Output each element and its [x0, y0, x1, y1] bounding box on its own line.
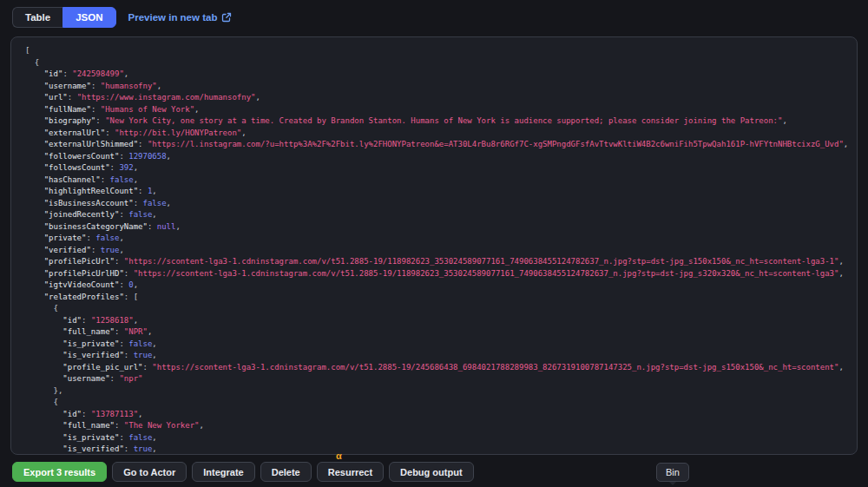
code-line: "highlightReelCount": 1,: [25, 186, 857, 198]
json-punctuation: ,: [134, 163, 138, 172]
json-key: "profile_pic_url": [62, 363, 142, 372]
json-punctuation: ,: [124, 69, 128, 78]
code-line: "joinedRecently": false,: [25, 209, 857, 221]
code-line: "externalUrl": "http://bit.ly/HONYPatreo…: [25, 128, 857, 140]
json-key: "profilePicUrl": [44, 257, 115, 266]
code-line: "followsCount": 392,: [25, 162, 857, 174]
json-key: "followersCount": [44, 152, 120, 161]
json-boolean: false: [128, 433, 152, 442]
code-line: "profile_pic_url": "https://scontent-lga…: [25, 362, 857, 374]
json-punctuation: [25, 187, 44, 195]
preview-link-label: Preview in new tab: [128, 12, 218, 23]
topbar: Table JSON Preview in new tab: [0, 0, 868, 35]
json-key: "is_verified": [62, 444, 123, 453]
preview-in-new-tab-link[interactable]: Preview in new tab: [128, 12, 233, 23]
json-punctuation: [25, 410, 62, 418]
json-boolean: true: [134, 444, 153, 453]
json-punctuation: [25, 128, 44, 137]
json-key: "igtvVideoCount": [44, 280, 120, 289]
action-buttons: Export 3 results Go to Actor Integrate D…: [12, 462, 474, 482]
json-string: "npr": [119, 374, 142, 383]
code-line: [: [25, 45, 857, 57]
code-line: "externalUrlShimmed": "https://l.instagr…: [25, 139, 857, 151]
json-string: "NPR": [124, 327, 148, 336]
bin-tooltip[interactable]: Bin: [656, 463, 689, 482]
code-line: "is_private": false,: [25, 432, 857, 444]
code-line: "is_verified": true,: [25, 444, 857, 455]
json-key: "isBusinessAccount": [44, 199, 134, 207]
json-punctuation: ,: [134, 316, 138, 325]
json-key: "verified": [44, 246, 91, 254]
json-string: "242598499": [72, 69, 124, 78]
json-punctuation: [25, 339, 62, 348]
code-line: {: [25, 397, 857, 409]
json-punctuation: [25, 140, 44, 148]
code-line: {: [25, 303, 857, 315]
json-punctuation: [25, 444, 62, 453]
json-string: "https://www.instagram.com/humansofny": [77, 93, 256, 102]
json-punctuation: [: [128, 293, 138, 301]
json-string: "13787113": [91, 410, 138, 418]
json-punctuation: ,: [844, 140, 848, 148]
json-punctuation: ,: [838, 257, 843, 266]
json-punctuation: [25, 199, 44, 207]
export-results-button[interactable]: Export 3 results: [12, 462, 107, 482]
json-punctuation: ,: [167, 199, 171, 207]
tab-table[interactable]: Table: [12, 7, 62, 28]
json-key: "biography": [44, 116, 96, 125]
json-string: "https://l.instagram.com/?u=http%3A%2F%2…: [148, 140, 844, 148]
json-key: "id": [44, 69, 63, 78]
json-punctuation: ,: [256, 93, 260, 102]
code-line: "private": false,: [25, 233, 857, 245]
integrate-button[interactable]: Integrate: [192, 462, 254, 482]
json-punctuation: [25, 421, 62, 430]
json-key: "full_name": [62, 327, 115, 336]
code-line: "profilePicUrlHD": "https://scontent-lga…: [25, 268, 857, 280]
json-punctuation: {: [25, 398, 58, 406]
tab-json[interactable]: JSON: [62, 7, 115, 28]
json-punctuation: ,: [119, 246, 123, 254]
json-editor[interactable]: [ { "id": "242598499", "username": "huma…: [10, 36, 858, 455]
code-line: "url": "https://www.instagram.com/humans…: [25, 92, 857, 104]
json-boolean: false: [110, 175, 134, 184]
json-punctuation: [25, 327, 62, 336]
json-punctuation: ,: [152, 339, 156, 348]
json-number: 12970658: [128, 152, 166, 161]
json-punctuation: ,: [838, 269, 843, 278]
code-line: "isBusinessAccount": false,: [25, 198, 857, 210]
delete-button[interactable]: Delete: [260, 462, 312, 482]
code-line: "username": "humansofny",: [25, 81, 857, 93]
code-line: "biography": "New York City, one story a…: [25, 115, 857, 128]
debug-output-button[interactable]: Debug output: [389, 462, 473, 482]
json-key: "profilePicUrlHD": [44, 269, 124, 278]
json-punctuation: [25, 69, 44, 78]
json-key: "joinedRecently": [44, 210, 120, 219]
go-to-actor-button[interactable]: Go to Actor: [112, 462, 187, 482]
json-key: "followsCount": [44, 163, 110, 172]
json-key: "fullName": [44, 105, 91, 114]
alpha-badge: α: [336, 451, 342, 461]
json-string: "Humans of New York": [101, 105, 194, 114]
code-line: "is_verified": true,: [25, 350, 857, 362]
json-punctuation: ,: [200, 421, 204, 430]
json-punctuation: ,: [152, 210, 156, 219]
json-punctuation: ,: [138, 410, 142, 418]
json-key: "externalUrl": [44, 128, 105, 137]
json-key: "id": [62, 316, 82, 325]
view-mode-switch: Table JSON: [12, 7, 116, 28]
json-key: "username": [44, 82, 91, 90]
json-punctuation: ,: [152, 351, 156, 359]
json-key: "hasChannel": [44, 175, 101, 184]
json-punctuation: {: [25, 304, 58, 313]
json-boolean: true: [101, 246, 120, 254]
json-string: "https://scontent-lga3-1.cdninstagram.co…: [152, 363, 838, 372]
json-punctuation: {: [25, 58, 39, 67]
json-boolean: false: [142, 199, 166, 207]
resurrect-button[interactable]: Resurrect: [317, 462, 384, 482]
json-punctuation: ,: [175, 222, 180, 231]
json-punctuation: [: [25, 46, 30, 55]
json-key: "private": [44, 234, 87, 242]
json-number: 392: [119, 163, 133, 172]
json-key: "highlightReelCount": [44, 187, 138, 195]
json-string: "1258618": [91, 316, 134, 325]
